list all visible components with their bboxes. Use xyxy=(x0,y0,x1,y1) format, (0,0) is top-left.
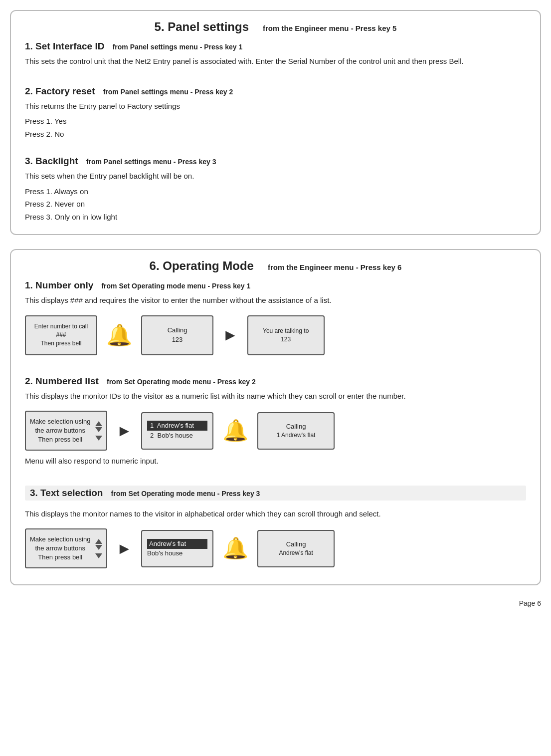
section-6-header: 6. Operating Mode from the Engineer menu… xyxy=(25,259,526,273)
subsection-6-2-subtitle: from Set Operating mode menu - Press key… xyxy=(107,378,256,386)
section-5-title: 5. Panel settings xyxy=(155,20,249,34)
press-list-item: Press 3. Only on in low light xyxy=(25,211,526,224)
page-number: Page 6 xyxy=(10,599,541,607)
numbered-list-note: Menu will also respond to numeric input. xyxy=(25,456,526,467)
make-sel2-line3: Then press bell xyxy=(30,553,90,562)
arrow-enter-icon xyxy=(95,436,102,441)
screen-make-selection-2: Make selection using the arrow buttons T… xyxy=(25,528,107,568)
subsection-6-3-description: This displays the monitor names to the v… xyxy=(25,508,526,520)
list-item-2-name: Bob's house xyxy=(158,432,193,439)
subsection-2-press-list: Press 1. Yes Press 2. No xyxy=(25,115,526,140)
subsection-number-only-header: 1. Number only from Set Operating mode m… xyxy=(25,280,526,291)
make-selection-text-1: Make selection using the arrow buttons T… xyxy=(30,417,90,445)
screen-enter-number-line3: Then press bell xyxy=(40,339,81,348)
subsection-text-selection-header: 3. Text selection from Set Operating mod… xyxy=(25,486,526,501)
subsection-set-interface-id-header: 1. Set Interface ID from Panel settings … xyxy=(25,41,526,52)
arrow-down-icon xyxy=(95,427,102,432)
talking-label: You are talking to xyxy=(263,327,309,335)
subsection-1-description: This sets the control unit that the Net2… xyxy=(25,56,526,67)
subsection-factory-reset-header: 2. Factory reset from Panel settings men… xyxy=(25,86,526,97)
screen-numbered-list: 1 Andrew's flat 2 Bob's house xyxy=(141,412,213,450)
screen-talking-123: You are talking to 123 xyxy=(247,315,325,355)
press-list-item: Press 1. Always on xyxy=(25,185,526,198)
text-selection-diagram: Make selection using the arrow buttons T… xyxy=(25,528,526,568)
arrow-buttons-2 xyxy=(95,538,102,559)
make-sel-line2: the arrow buttons xyxy=(30,426,90,435)
subsection-1-subtitle: from Panel settings menu - Press key 1 xyxy=(113,43,243,51)
talking-number: 123 xyxy=(281,335,291,344)
subsection-2-subtitle: from Panel settings menu - Press key 2 xyxy=(103,88,233,96)
make-sel-line1: Make selection using xyxy=(30,417,90,426)
subsection-backlight-header: 3. Backlight from Panel settings menu - … xyxy=(25,156,526,167)
make-sel2-line1: Make selection using xyxy=(30,535,90,544)
screen-calling-andrews: Calling 1 Andrew's flat xyxy=(257,412,335,450)
subsection-1-title: 1. Set Interface ID xyxy=(25,41,104,51)
subsection-3-title: 3. Backlight xyxy=(25,156,78,166)
arrow-up-icon-2 xyxy=(95,539,102,544)
calling-label-2: Calling xyxy=(286,422,306,431)
section-6-subtitle: from the Engineer menu - Press key 6 xyxy=(268,263,401,271)
subsection-2-description: This returns the Entry panel to Factory … xyxy=(25,101,526,112)
subsection-6-3-title: 3. Text selection xyxy=(30,488,103,498)
right-arrow-icon: ► xyxy=(222,326,238,344)
arrow-up-icon xyxy=(95,421,102,426)
calling-andrews-flat-2: Andrew's flat xyxy=(279,549,313,557)
subsection-2-title: 2. Factory reset xyxy=(25,86,95,96)
press-list-item: Press 2. No xyxy=(25,128,526,141)
calling-number: 123 xyxy=(172,335,183,344)
subsection-3-press-list: Press 1. Always on Press 2. Never on Pre… xyxy=(25,185,526,224)
calling-label: Calling xyxy=(168,326,187,335)
bell-icon-3: 🔔 xyxy=(222,538,248,559)
screen-enter-number: Enter number to call ### Then press bell xyxy=(25,315,97,355)
subsection-3-subtitle: from Panel settings menu - Press key 3 xyxy=(86,158,216,166)
arrow-buttons-1 xyxy=(95,421,102,441)
press-list-item: Press 1. Yes xyxy=(25,115,526,128)
list-item-1-name: Andrew's flat xyxy=(157,422,194,429)
section-5-panel-settings: 5. Panel settings from the Engineer menu… xyxy=(10,10,541,235)
section-5-subtitle: from the Engineer menu - Press key 5 xyxy=(263,24,396,32)
screen-make-selection-1: Make selection using the arrow buttons T… xyxy=(25,411,107,451)
make-sel-line3: Then press bell xyxy=(30,435,90,444)
calling-label-3: Calling xyxy=(286,540,306,549)
subsection-6-1-description: This displays ### and requires the visit… xyxy=(25,295,526,306)
screen-enter-number-line1: Enter number to call xyxy=(34,322,88,331)
bell-icon: 🔔 xyxy=(106,325,132,346)
subsection-6-3-subtitle: from Set Operating mode menu - Press key… xyxy=(111,490,260,498)
list-item-1: 1 Andrew's flat xyxy=(147,421,207,431)
list-item-2-num: 2 xyxy=(150,432,154,439)
bell-icon-2: 🔔 xyxy=(222,420,248,441)
right-arrow-icon-3: ► xyxy=(116,539,132,558)
press-list-item: Press 2. Never on xyxy=(25,198,526,211)
screen-text-list: Andrew's flat Bob's house xyxy=(141,530,213,567)
subsection-numbered-list-header: 2. Numbered list from Set Operating mode… xyxy=(25,376,526,387)
section-5-header: 5. Panel settings from the Engineer menu… xyxy=(25,20,526,34)
number-only-diagram: Enter number to call ### Then press bell… xyxy=(25,315,526,355)
list-item-1-num: 1 xyxy=(150,422,154,429)
section-6-title: 6. Operating Mode xyxy=(150,259,254,273)
screen-enter-number-line2: ### xyxy=(56,331,66,339)
section-6-operating-mode: 6. Operating Mode from the Engineer menu… xyxy=(10,249,541,585)
calling-andrews-flat: 1 Andrew's flat xyxy=(277,431,316,440)
subsection-6-1-title: 1. Number only xyxy=(25,280,93,290)
screen-calling-andrews-flat: Calling Andrew's flat xyxy=(257,530,335,567)
arrow-enter-icon-2 xyxy=(95,553,102,558)
make-sel2-line2: the arrow buttons xyxy=(30,544,90,553)
subsection-3-description: This sets when the Entry panel backlight… xyxy=(25,171,526,182)
text-item-1: Andrew's flat xyxy=(147,539,207,549)
subsection-6-2-title: 2. Numbered list xyxy=(25,376,99,386)
arrow-down-icon-2 xyxy=(95,545,102,550)
list-item-2: 2 Bob's house xyxy=(147,431,196,441)
text-item-2: Bob's house xyxy=(147,549,183,558)
screen-calling-123: Calling 123 xyxy=(141,315,213,355)
subsection-6-1-subtitle: from Set Operating mode menu - Press key… xyxy=(101,282,250,290)
subsection-6-2-description: This displays the monitor IDs to the vis… xyxy=(25,391,526,402)
make-selection-text-2: Make selection using the arrow buttons T… xyxy=(30,535,90,562)
right-arrow-icon-2: ► xyxy=(116,422,132,440)
numbered-list-diagram: Make selection using the arrow buttons T… xyxy=(25,411,526,451)
